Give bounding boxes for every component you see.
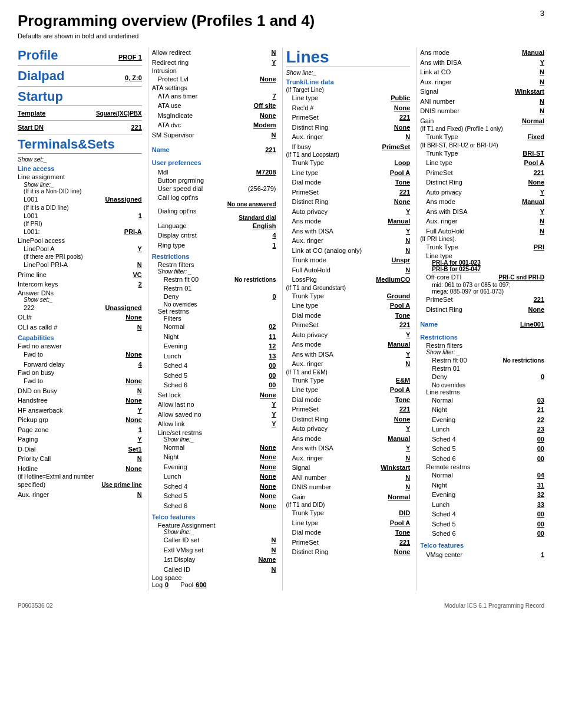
primeset-loop-label: PrimeSet xyxy=(292,187,319,197)
line-type-loop-value: Pool A xyxy=(381,168,410,178)
evening-r-row: Evening 32 xyxy=(420,490,544,500)
primeset-row: PrimeSet 221 xyxy=(286,113,411,123)
primeset-loop-value: 221 xyxy=(381,187,410,197)
trunk-line-data-heading: Trunk/Line data xyxy=(286,78,411,85)
line-type-did-value: Pool A xyxy=(381,518,410,528)
full-autohold-bri-value: N xyxy=(515,226,544,236)
page-number: 3 xyxy=(540,9,544,18)
dnis-number-em-row: DNIS number N xyxy=(286,482,411,492)
dnis-number-col4-value: N xyxy=(515,106,544,116)
msg-indicate-value: None xyxy=(247,111,276,121)
allow-saved-no-row: Allow saved no Y xyxy=(152,410,276,420)
link-at-co-loop-label: Link at CO (analog only) xyxy=(292,246,362,256)
full-autohold-bri-label: Full AutoHold xyxy=(426,226,464,236)
dialpad-value: 0, Z:0 xyxy=(125,74,142,81)
linepool-a-row: LinePool A Y xyxy=(18,244,142,254)
display-cntrst-row: Display cntrst 4 xyxy=(152,230,276,241)
distinct-ring-em-value: None xyxy=(381,414,410,424)
page-subtitle: Defaults are shown in bold and underline… xyxy=(18,32,544,39)
line-type-pri-val2: PRI-B for 025-047 xyxy=(420,266,544,272)
l001-pri-row: L001: PRI-A xyxy=(18,227,142,237)
line-type-bri-row: Line type Pool A xyxy=(420,158,544,168)
first-display-row: 1st Display Name xyxy=(152,555,276,565)
log-label: Log xyxy=(152,581,163,588)
allow-saved-no-label: Allow saved no xyxy=(158,410,201,420)
allow-link-row: Allow link Y xyxy=(152,419,276,429)
linepool-pria-row: LinePool PRI-A N xyxy=(18,260,142,270)
trunk-type-did-label: Trunk Type xyxy=(292,508,324,518)
show-set2-label: Show set:_ xyxy=(18,297,142,303)
no-one-answered-label: No one answered xyxy=(152,201,276,207)
aux-ringer-loop-label: Aux. ringer xyxy=(292,236,323,246)
full-autohold-label: Full AutoHold xyxy=(292,265,330,275)
oli-calld-row: OLI as calld # N xyxy=(18,322,142,332)
startdn-row: Start DN 221 xyxy=(18,123,142,133)
sm-supervisor-label: SM Supervisor xyxy=(152,130,194,140)
link-at-co-label: Link at CO xyxy=(420,67,451,77)
sched5-label: Sched 5 xyxy=(164,371,187,381)
extl-vmsg-set-value: N xyxy=(247,545,276,555)
show-line-restrn-label: Show line:_ xyxy=(152,436,276,443)
gain-col4-row: Gain Normal xyxy=(420,116,544,126)
ring-type-label: Ring type xyxy=(158,241,185,251)
column-2: Allow redirect N Redirect ring Y Intrusi… xyxy=(148,48,283,591)
trunk-type-em-value: E&M xyxy=(381,375,410,386)
line-type-did-row: Line type Pool A xyxy=(286,518,411,528)
mid-note: mid: 061 to 073 or 085 to 097; xyxy=(420,282,544,288)
trunk-type-pri-label: Trunk Type xyxy=(426,242,458,252)
ans-disa-bri-value: Y xyxy=(515,207,544,217)
terminals-sets-heading: Terminals&Sets xyxy=(18,137,142,154)
oli-value: None xyxy=(113,312,142,322)
restrn-filters-label: Restrn filters xyxy=(152,261,276,268)
protect-lvl-value: None xyxy=(247,74,276,84)
distinct-ring-did-row: Distinct Ring None xyxy=(286,547,411,557)
normal-r-label: Normal xyxy=(432,470,452,480)
if-t1-em-note: (If T1 and E&M) xyxy=(286,369,411,375)
trunk-type-loop-value: Loop xyxy=(381,158,410,168)
evening2-label: Evening xyxy=(164,462,187,472)
dial-mode-loop-row: Dial mode Tone xyxy=(286,177,411,187)
normal2-row: Normal None xyxy=(152,443,276,453)
night-col4-row: Night 21 xyxy=(420,405,544,415)
first-display-value: Name xyxy=(247,555,276,565)
distinct-ring-row: Distinct Ring None xyxy=(286,123,411,133)
normal2-value: None xyxy=(247,443,276,453)
dn-222-label: 222 xyxy=(24,303,34,313)
vmsg-center-label: VMsg center xyxy=(426,550,462,560)
oli-row: OLI# None xyxy=(18,312,142,322)
lunch-col4-row: Lunch 23 xyxy=(420,424,544,434)
show-line-label: Show line:_ xyxy=(18,182,142,188)
ans-disa-loop-value: Y xyxy=(381,226,410,236)
restrictions-col4-heading: Restrictions xyxy=(420,334,544,341)
link-at-co-loop-value: N xyxy=(381,246,410,256)
if-t1-did-note: (If T1 and DID) xyxy=(286,502,411,508)
gain-col4-label: Gain xyxy=(420,116,434,126)
aux-ringer-row: Aux. ringer N xyxy=(286,132,411,142)
line-type-loop-row: Line type Pool A xyxy=(286,168,411,178)
ans-disa-bri-row: Ans with DISA Y xyxy=(420,207,544,217)
restrn-filters-col4-label: Restrn filters xyxy=(420,342,544,349)
telco-features-col4-heading: Telco features xyxy=(420,542,544,549)
restrn-flt00-row: Restrn flt 00 No restrictions xyxy=(152,275,276,285)
primeset-ground-value: 221 xyxy=(381,320,410,330)
log-value: 0 xyxy=(165,581,168,588)
sched4-r-label: Sched 4 xyxy=(432,509,455,519)
forward-delay-label: Forward delay xyxy=(24,360,65,370)
linepool-access-label: LinePool access xyxy=(18,237,142,244)
sched5-r-label: Sched 5 xyxy=(432,519,455,529)
column-4: Ans mode Manual Ans with DISA Y Link at … xyxy=(416,48,544,591)
sched42-row: Sched 4 None xyxy=(152,482,276,492)
mdl-label: Mdl xyxy=(158,167,168,177)
if-bri-note: (If BRI-ST, BRI-U2 or BRI-U4) xyxy=(420,142,544,149)
ans-mode-em-value: Manual xyxy=(381,434,410,444)
line-type-row: Line type Public xyxy=(286,93,411,103)
distinct-ring-value: None xyxy=(381,123,410,133)
evening-col4-value: 22 xyxy=(515,415,544,425)
line-access-heading: Line access xyxy=(18,165,142,172)
ani-number-col4-value: N xyxy=(515,97,544,107)
ani-number-em-row: ANI number N xyxy=(286,473,411,483)
lunch-r-value: 33 xyxy=(515,500,544,510)
aux-ringer-ground-row: Aux. ringer N xyxy=(286,359,411,369)
evening-value: 12 xyxy=(247,341,276,351)
link-at-co-loop-row: Link at CO (analog only) N xyxy=(286,246,411,256)
